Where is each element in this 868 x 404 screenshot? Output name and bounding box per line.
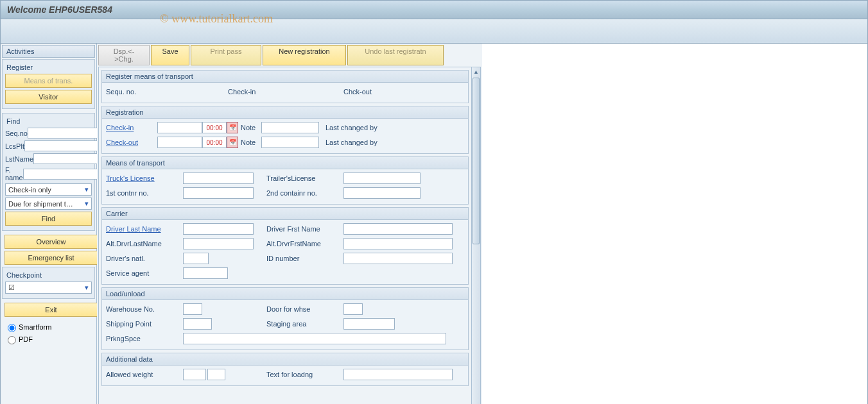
checkin-note-input[interactable] <box>261 122 319 133</box>
register-means-title: Register means of transport <box>102 71 468 83</box>
exit-button[interactable]: Exit <box>4 303 98 317</box>
idnumber-input[interactable] <box>343 253 453 264</box>
checkin-only-select[interactable]: Check-in only▾ <box>5 183 92 196</box>
checkin-date-input[interactable] <box>157 122 202 133</box>
shipping-input[interactable] <box>183 318 212 330</box>
means-group: Means of transport Truck's License Trail… <box>101 156 469 205</box>
dsp-chg-button[interactable]: Dsp.<->Chg. <box>98 45 150 65</box>
fname-label: F. name <box>5 166 23 181</box>
pdf-radio[interactable] <box>8 336 16 344</box>
vertical-scrollbar[interactable]: ▲ ▼ <box>471 67 480 404</box>
sidebar: Activities Register Means of trans. Visi… <box>1 44 97 404</box>
due-shipment-select[interactable]: Due for shipment t…▾ <box>5 198 92 210</box>
note-label-2: Note <box>241 139 261 146</box>
scroll-up-icon[interactable]: ▲ <box>472 67 480 76</box>
shipping-label: Shipping Point <box>106 320 183 328</box>
means-of-trans-button[interactable]: Means of trans. <box>5 74 92 88</box>
content-area: Dsp.<->Chg. Save Print pass New registra… <box>97 44 482 404</box>
warehouse-input[interactable] <box>183 303 202 315</box>
service-agent-input[interactable] <box>183 267 228 279</box>
alt-first-input[interactable] <box>343 238 453 249</box>
checkout-date-input[interactable] <box>157 137 202 148</box>
emergency-list-button[interactable]: Emergency list <box>4 251 98 265</box>
checkpoint-panel: Checkpoint ☑▾ <box>2 267 95 299</box>
checkin-col-label: Check-in <box>228 88 292 96</box>
additional-title: Additional data <box>102 353 468 366</box>
prkngspce-input[interactable] <box>183 333 446 344</box>
driver-first-input[interactable] <box>343 223 453 235</box>
note-label: Note <box>241 124 261 131</box>
smartform-label: Smartform <box>19 323 51 331</box>
find-button[interactable]: Find <box>5 212 92 226</box>
register-header: Register <box>5 62 92 74</box>
register-means-group: Register means of transport Sequ. no. Ch… <box>101 70 469 103</box>
trailer-license-label: Trailer'sLicense <box>266 174 343 182</box>
new-registration-button[interactable]: New registration <box>263 45 346 65</box>
print-pass-button[interactable]: Print pass <box>191 45 261 65</box>
scroll-thumb[interactable] <box>473 78 480 244</box>
driver-natl-label: Driver's natl. <box>106 255 183 262</box>
cont2-input[interactable] <box>343 187 421 199</box>
driver-last-input[interactable] <box>183 223 254 235</box>
truck-license-link[interactable]: Truck's License <box>106 174 183 182</box>
load-title: Load/unload <box>102 288 468 300</box>
smartform-radio[interactable] <box>8 324 16 332</box>
registration-group: Registration Check-in 📅 Note Last change… <box>101 106 469 154</box>
overview-button[interactable]: Overview <box>4 235 98 249</box>
alt-last-input[interactable] <box>183 238 254 249</box>
seqno-label: Seq.no <box>5 130 28 137</box>
main-area: Activities Register Means of trans. Visi… <box>0 44 868 404</box>
alt-first-label: Alt.DrvrFrstName <box>266 240 343 248</box>
lcsplt-label: LcsPlt <box>5 142 24 150</box>
cont1-input[interactable] <box>183 187 254 199</box>
checkout-link[interactable]: Check-out <box>106 139 157 146</box>
truck-license-input[interactable] <box>183 173 254 184</box>
idnumber-label: ID number <box>266 255 343 262</box>
cont1-label: 1st contnr no. <box>106 189 183 197</box>
calendar-icon[interactable]: 📅 <box>227 122 238 133</box>
app-header: Welcome EHP6USER584 © www.tutorialkart.c… <box>0 0 868 19</box>
lastchanged-label-2: Last changed by <box>326 139 378 146</box>
alt-last-label: Alt.DrvrLastName <box>106 240 183 248</box>
chevron-down-icon: ▾ <box>85 199 89 208</box>
toolbar: Dsp.<->Chg. Save Print pass New registra… <box>98 45 481 65</box>
lstname-label: LstName <box>5 155 33 163</box>
chckout-col-label: Chck-out <box>343 88 372 96</box>
door-input[interactable] <box>343 303 363 315</box>
save-button[interactable]: Save <box>151 45 189 65</box>
text-loading-label: Text for loadng <box>266 371 343 378</box>
checkout-note-input[interactable] <box>261 137 319 148</box>
text-loading-input[interactable] <box>343 369 453 380</box>
driver-last-link[interactable]: Driver Last Name <box>106 225 183 233</box>
chevron-down-icon: ▾ <box>85 283 89 292</box>
checkin-link[interactable]: Check-in <box>106 124 157 131</box>
checkpoint-header: Checkpoint <box>5 270 92 282</box>
watermark-text: © www.tutorialkart.com <box>160 12 273 26</box>
means-title: Means of transport <box>102 157 468 169</box>
page-title: Welcome EHP6USER584 <box>7 4 112 15</box>
cont2-label: 2nd containr no. <box>266 189 343 197</box>
form-scroll-pane: Register means of transport Sequ. no. Ch… <box>98 67 481 404</box>
driver-natl-input[interactable] <box>183 253 209 264</box>
staging-input[interactable] <box>343 318 395 330</box>
checkin-time-input[interactable] <box>202 122 227 133</box>
driver-first-label: Driver Frst Name <box>266 225 343 233</box>
allowed-weight-input[interactable] <box>183 369 206 380</box>
trailer-license-input[interactable] <box>343 173 421 184</box>
checkout-time-input[interactable] <box>202 137 227 148</box>
undo-last-button[interactable]: Undo last registratn <box>347 45 444 65</box>
chevron-down-icon: ▾ <box>85 185 89 194</box>
carrier-title: Carrier <box>102 208 468 220</box>
find-panel: Find Seq.no LcsPlt LstName F. name Check… <box>2 113 95 231</box>
allowed-weight-unit-input[interactable] <box>207 369 225 380</box>
door-label: Door for whse <box>266 305 343 313</box>
right-fill <box>482 44 867 404</box>
pdf-label: PDF <box>19 335 33 343</box>
calendar-icon[interactable]: 📅 <box>227 137 238 148</box>
registration-title: Registration <box>102 106 468 119</box>
sidebar-title: Activities <box>2 45 95 58</box>
allowed-weight-label: Allowed weight <box>106 371 183 378</box>
staging-label: Staging area <box>266 320 343 328</box>
visitor-button[interactable]: Visitor <box>5 90 92 104</box>
checkpoint-select[interactable]: ☑▾ <box>5 282 92 294</box>
